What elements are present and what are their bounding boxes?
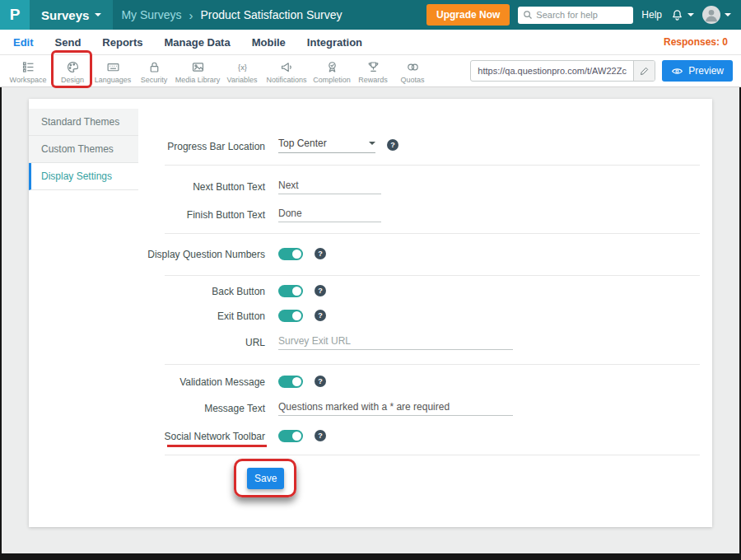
finish-button-text-input[interactable] [278,207,381,222]
help-icon[interactable]: ? [315,248,326,259]
divider [165,233,700,234]
responses-count[interactable]: Responses: 0 [664,36,728,48]
social-network-toolbar-toggle[interactable] [278,430,303,442]
toolbar-item-variables[interactable]: {x} Variables [221,55,263,86]
eye-icon [671,65,683,77]
display-question-numbers-toggle[interactable] [278,248,303,260]
variables-icon: {x} [235,60,249,74]
help-icon[interactable]: ? [315,310,326,321]
control-social-network-toolbar: ? [278,427,326,444]
tab-mobile[interactable]: Mobile [252,36,286,49]
toggle-knob [292,311,301,320]
toolbar-item-completion[interactable]: Completion [310,55,353,86]
message-text-input[interactable] [278,400,513,416]
toggle-knob [292,432,301,441]
preview-button[interactable]: Preview [662,60,733,82]
toolbar-item-languages[interactable]: Languages [91,55,134,86]
control-next-button-text [278,178,381,194]
toolbar-item-workspace[interactable]: Workspace [7,55,49,86]
divider [165,275,700,276]
label-finish-button-text: Finish Button Text [100,208,265,222]
control-progress-bar-location: Top Center ? [278,137,398,153]
control-finish-button-text [278,206,381,222]
edit-url-button[interactable] [633,60,655,82]
design-icon [66,60,80,74]
help-search-input[interactable] [536,10,628,20]
tab-manage-data[interactable]: Manage Data [164,36,230,49]
help-icon[interactable]: ? [387,139,398,151]
progress-bar-location-value: Top Center [278,138,327,149]
upgrade-now-button[interactable]: Upgrade Now [426,4,510,26]
sidebar-item-standard-themes[interactable]: Standard Themes [29,109,138,136]
topbar: P Surveys My Surveys › Product Satisfact… [0,0,741,30]
toolbar-item-label: Security [141,76,168,84]
toolbar-item-notifications[interactable]: Notifications [263,55,310,86]
toolbar-separator [51,61,52,81]
ribbon-check-icon [325,60,339,74]
window-bottom-edge [0,553,741,560]
edit-toolbar: Workspace Design Languages Security Medi… [0,54,741,87]
notifications-menu[interactable] [670,8,694,22]
annotation-social-toolbar-underline [167,445,267,447]
survey-url-input[interactable] [471,66,633,76]
next-button-text-input[interactable] [278,179,381,194]
content-area: Standard Themes Custom Themes Display Se… [0,87,741,553]
control-exit-button: ? [278,307,326,324]
questionpro-logo[interactable]: P [0,0,30,30]
toolbar-item-label: Design [61,76,84,84]
chevron-down-icon [369,142,375,145]
toolbar-item-label: Rewards [358,76,388,84]
help-link[interactable]: Help [641,9,662,21]
progress-bar-location-select[interactable]: Top Center [278,138,375,153]
toolbar-item-rewards[interactable]: Rewards [353,55,393,86]
toolbar-item-security[interactable]: Security [134,55,174,86]
exit-button-toggle[interactable] [278,310,303,322]
display-settings-card: Standard Themes Custom Themes Display Se… [29,99,712,527]
surveys-product-menu[interactable]: Surveys [30,0,113,30]
survey-url-field [470,60,655,82]
tab-edit[interactable]: Edit [13,36,34,49]
help-search[interactable] [518,7,633,24]
chevron-down-icon [95,13,101,16]
breadcrumb-my-surveys[interactable]: My Surveys [121,8,181,21]
divider [165,364,700,365]
account-menu[interactable] [702,6,731,24]
megaphone-icon [280,60,294,74]
survey-nav: Edit Send Reports Manage Data Mobile Int… [0,30,741,54]
breadcrumb-separator-icon: › [189,8,193,22]
validation-message-toggle[interactable] [278,376,303,388]
toolbar-item-media-library[interactable]: Media Library [174,55,221,86]
control-validation-message: ? [278,373,326,390]
label-exit-button: Exit Button [100,310,265,323]
toolbar-item-label: Media Library [175,76,221,84]
toolbar-item-label: Variables [227,76,258,84]
search-icon [523,10,533,20]
surveys-menu-label: Surveys [41,8,89,22]
divider [165,165,700,166]
quotas-icon [406,60,420,74]
toggle-knob [292,287,301,296]
help-icon[interactable]: ? [315,376,326,387]
tab-send[interactable]: Send [55,36,82,49]
save-button[interactable]: Save [247,468,284,489]
toolbar-item-label: Quotas [400,76,424,84]
avatar [702,6,720,24]
help-icon[interactable]: ? [315,430,326,441]
toggle-knob [292,377,301,386]
tab-reports[interactable]: Reports [102,36,142,49]
label-progress-bar-location: Progress Bar Location [100,140,265,153]
toolbar-item-label: Workspace [10,76,47,84]
workspace-icon [21,60,35,74]
exit-url-input[interactable] [278,334,513,350]
lock-icon [147,60,161,74]
back-button-toggle[interactable] [278,285,303,297]
tab-integration[interactable]: Integration [307,36,362,49]
label-next-button-text: Next Button Text [100,180,265,194]
image-icon [191,60,205,74]
help-icon[interactable]: ? [315,285,326,296]
toolbar-item-quotas[interactable]: Quotas [393,55,432,86]
label-validation-message: Validation Message [100,376,265,389]
toolbar-item-design[interactable]: Design [54,55,91,86]
app-window: P Surveys My Surveys › Product Satisfact… [0,0,741,560]
chevron-down-icon [687,13,694,16]
